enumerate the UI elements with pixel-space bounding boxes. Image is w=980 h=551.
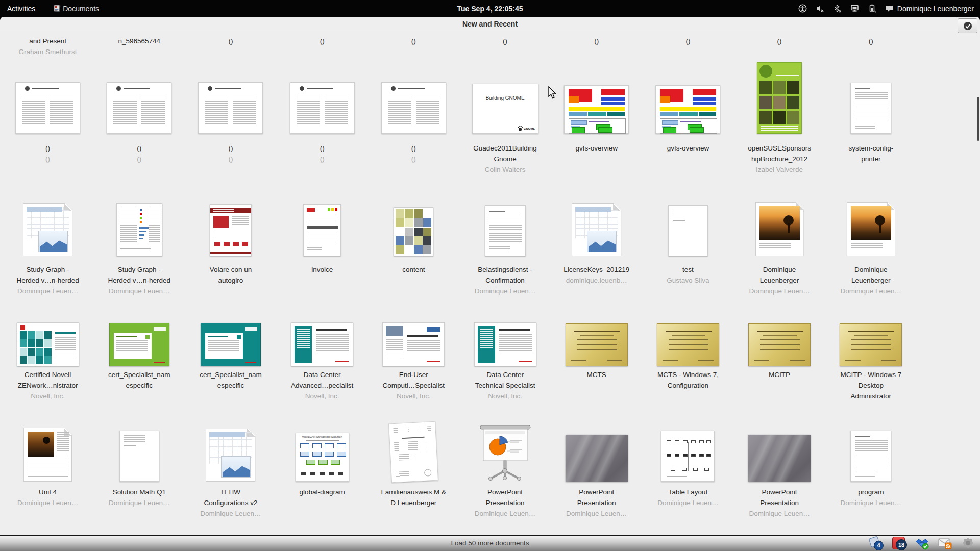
app-menu[interactable]: Documents [53, 4, 99, 13]
document-item[interactable]: n_596565744 [93, 36, 185, 57]
document-item[interactable]: Study Graph - Herded v…n-herded Dominiqu… [93, 191, 185, 296]
document-title: global-diagram [300, 487, 345, 497]
document-item[interactable]: Data Center Advanced…pecialist Novell, I… [277, 306, 368, 402]
document-item[interactable]: Study Graph - Herded v…n-herded Dominiqu… [2, 191, 93, 296]
document-author: Dominique Leuen… [109, 497, 169, 508]
document-title: Certified Novell ZENwork…nistrator [18, 369, 78, 391]
document-item[interactable]: cert_Specialist_nam especific [93, 306, 185, 402]
document-title: () [228, 36, 233, 46]
document-author: Novell, Inc. [488, 391, 522, 402]
document-item[interactable]: openSUSESponsors hipBrochure_2012 Izabel… [734, 77, 825, 175]
document-title: and Present [29, 36, 66, 46]
document-item[interactable]: Belastingsdienst - Confirmation Dominiqu… [459, 191, 551, 296]
app-menu-label: Documents [63, 5, 99, 13]
document-item[interactable]: () [734, 36, 825, 57]
document-thumbnail [850, 77, 891, 134]
document-item[interactable]: PowerPoint Presentation Dominique Leuen… [459, 414, 551, 519]
battery-icon[interactable] [868, 4, 876, 13]
document-item[interactable]: End-User Computi…Specialist Novell, Inc. [368, 306, 459, 402]
document-item[interactable]: LicenseKeys_201219 dominique.leuenb… [551, 191, 642, 296]
document-item[interactable]: Unit 4 Dominique Leuen… [2, 414, 93, 519]
volume-muted-icon[interactable] [816, 4, 824, 13]
load-more-button[interactable]: Load 50 more documents [0, 536, 980, 551]
document-item[interactable]: PowerPoint Presentation Dominique Leuen… [734, 414, 825, 519]
document-thumbnail [201, 306, 261, 366]
document-title: PowerPoint Presentation [486, 487, 525, 508]
document-thumbnail [850, 414, 891, 482]
activities-button[interactable]: Activities [7, 5, 35, 13]
document-title: Belastingsdienst - Confirmation [478, 264, 532, 286]
document-thumbnail [668, 191, 708, 256]
user-menu[interactable]: Dominique Leuenberger [885, 4, 974, 13]
document-item[interactable]: content [368, 191, 459, 296]
document-item[interactable]: gvfs-overview [642, 77, 733, 175]
document-item[interactable]: Building GNOME GNOME Guadec2011Building … [459, 77, 551, 175]
document-thumbnail [661, 414, 715, 482]
document-author: Gustavo Silva [667, 275, 709, 286]
document-title: () [45, 143, 50, 154]
mail-notifier-icon[interactable]: 18 [892, 536, 906, 550]
document-item[interactable]: () () [185, 77, 276, 175]
selection-mode-button[interactable] [958, 18, 977, 33]
document-thumbnail [290, 77, 355, 134]
document-item[interactable]: MCITP [734, 306, 825, 402]
document-thumbnail [757, 77, 802, 134]
document-item[interactable]: gvfs-overview [551, 77, 642, 175]
document-title: Unit 4 [39, 487, 57, 497]
document-item[interactable]: () [825, 36, 917, 57]
document-item[interactable]: test Gustavo Silva [642, 191, 733, 296]
document-item[interactable]: and Present Graham Smethurst [2, 36, 93, 57]
document-item[interactable]: () [277, 36, 368, 57]
documents-window: New and Recent and Present Graham Smethu… [0, 17, 980, 551]
user-name: Dominique Leuenberger [897, 5, 974, 13]
document-item[interactable]: () () [2, 77, 93, 175]
document-item[interactable]: MCITP - Windows 7 Desktop Administrator [825, 306, 917, 402]
scrollbar-thumb[interactable] [977, 97, 979, 141]
document-item[interactable]: () [642, 36, 733, 57]
document-item[interactable]: () [551, 36, 642, 57]
rss-mail-icon[interactable] [938, 536, 952, 550]
document-thumbnail: Building GNOME GNOME [472, 77, 538, 134]
document-author: () [228, 154, 233, 164]
document-item[interactable]: invoice [277, 191, 368, 296]
document-thumbnail [748, 306, 811, 366]
document-item[interactable]: () [459, 36, 551, 57]
document-item[interactable]: MCTS [551, 306, 642, 402]
document-item[interactable]: () () [93, 77, 185, 175]
document-item[interactable]: () () [368, 77, 459, 175]
document-item[interactable]: Dominique Leuenberger Dominique Leuen… [734, 191, 825, 296]
document-item[interactable]: Volare con un autogiro [185, 191, 276, 296]
document-item[interactable]: () [368, 36, 459, 57]
document-item[interactable]: Solution Math Q1 Dominique Leuen… [93, 414, 185, 519]
document-title: MCITP [769, 369, 790, 380]
bluetooth-off-icon[interactable] [833, 4, 842, 13]
top-bar: Activities Documents Tue Sep 4, 22:05:45 [0, 0, 980, 17]
quassel-icon[interactable]: 4 [869, 536, 883, 550]
document-item[interactable]: cert_Specialist_nam especific [185, 306, 276, 402]
document-item[interactable]: () [185, 36, 276, 57]
document-title: PowerPoint Presentation [760, 487, 799, 508]
clock[interactable]: Tue Sep 4, 22:05:45 [457, 5, 523, 13]
notifications-gear-icon[interactable] [961, 536, 975, 550]
accessibility-icon[interactable] [798, 4, 807, 13]
document-item[interactable]: () () [277, 77, 368, 175]
document-thumbnail [23, 414, 72, 482]
dropbox-icon[interactable] [915, 536, 929, 550]
document-item[interactable]: program Dominique Leuen… [825, 414, 917, 519]
document-item[interactable]: PowerPoint Presentation Dominique Leuen… [551, 414, 642, 519]
document-title: End-User Computi…Specialist [383, 369, 445, 391]
display-icon[interactable] [850, 4, 859, 13]
document-thumbnail [116, 191, 162, 256]
document-item[interactable]: MCTS - Windows 7, Configuration [642, 306, 733, 402]
document-item[interactable]: Table Layout Dominique Leuen… [642, 414, 733, 519]
document-item[interactable]: VideoLAN Streaming Solution global-diagr… [277, 414, 368, 519]
documents-app-icon [53, 4, 61, 13]
document-item[interactable]: Certified Novell ZENwork…nistrator Novel… [2, 306, 93, 402]
document-item[interactable]: Familienausweis M & D Leuenberger [368, 414, 459, 519]
document-item[interactable]: system-config- printer [825, 77, 917, 175]
document-thumbnail [390, 414, 437, 482]
document-title: () [320, 36, 325, 46]
document-item[interactable]: Data Center Technical Specialist Novell,… [459, 306, 551, 402]
document-item[interactable]: IT HW Configurations v2 Dominique Leuen… [185, 414, 276, 519]
document-item[interactable]: Dominique Leuenberger Dominique Leuen… [825, 191, 917, 296]
